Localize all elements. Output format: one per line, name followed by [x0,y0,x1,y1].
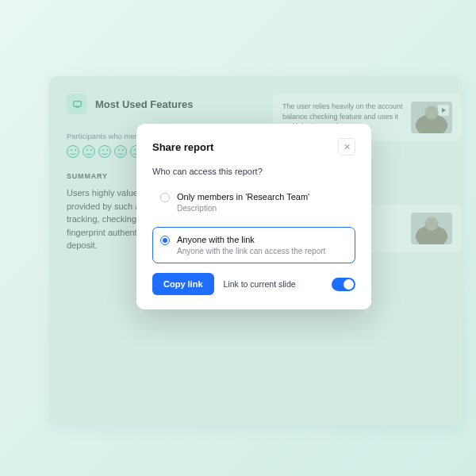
option-desc: Description [177,204,346,213]
face-icon [83,145,95,158]
option-label: Only members in 'Research Team' [177,192,346,202]
video-thumbnail[interactable] [411,102,452,133]
access-option-members[interactable]: Only members in 'Research Team' Descript… [152,184,355,221]
option-label: Anyone with the link [177,235,346,244]
face-icon [98,145,111,158]
video-thumbnail[interactable] [411,213,452,244]
play-icon[interactable] [438,105,449,116]
option-desc: Anyone with the link can access the repo… [177,247,346,255]
chat-icon [67,94,87,114]
modal-footer: Copy link Link to current slide [152,273,355,295]
section-title: Most Used Features [95,98,194,110]
modal-header: Share report ✕ [152,138,355,155]
modal-subtitle: Who can access this report? [152,167,355,176]
close-button[interactable]: ✕ [338,138,355,155]
radio-icon [160,236,170,245]
current-slide-toggle[interactable] [332,278,355,291]
close-icon: ✕ [344,143,351,152]
face-icon [114,145,127,158]
copy-link-button[interactable]: Copy link [152,273,214,295]
share-report-modal: Share report ✕ Who can access this repor… [136,124,371,309]
current-slide-label: Link to current slide [224,279,296,289]
modal-title: Share report [152,141,213,153]
svg-rect-0 [73,101,81,106]
access-option-anyone[interactable]: Anyone with the link Anyone with the lin… [152,227,355,263]
face-icon [67,145,79,158]
radio-icon [160,193,170,202]
title-row: Most Used Features [67,94,269,114]
